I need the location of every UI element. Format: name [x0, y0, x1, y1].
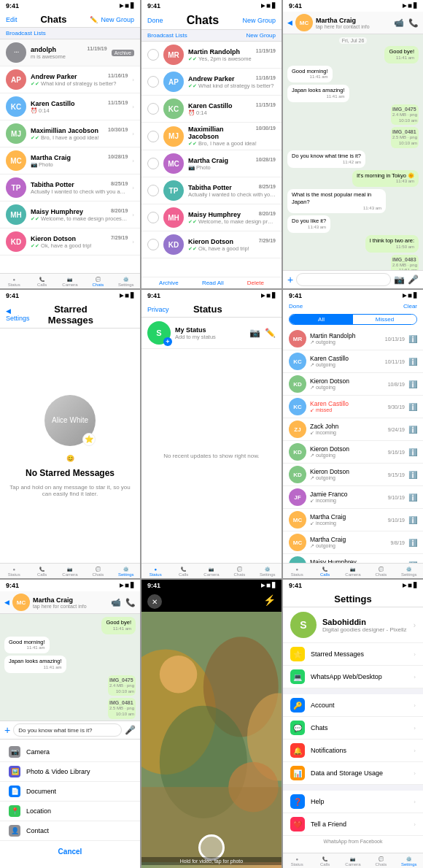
chat-item-andrew[interactable]: AP Andrew Parker11/16/19✔✔ What kind of … — [0, 66, 140, 93]
select-circle-tabitha[interactable] — [147, 185, 159, 196]
video-call-icon[interactable]: 📹 — [394, 18, 404, 28]
settings-notifications[interactable]: 🔔 Notifications › — [283, 740, 423, 762]
tab-status-4[interactable]: ●Status — [3, 567, 25, 577]
tab-settings-4[interactable]: ⚙️Settings — [115, 566, 137, 577]
video-call-icon-7[interactable]: 📹 — [111, 598, 121, 607]
select-circle-karen[interactable] — [147, 103, 159, 115]
call-item-zack[interactable]: ZJZack John↙ incoming9/24/19ℹ️ — [283, 418, 423, 441]
camera-close-button[interactable]: ✕ — [147, 594, 162, 609]
tab-settings-5[interactable]: ⚙️Settings — [257, 566, 279, 577]
chat-item-kieron[interactable]: KD Kieron Dotson7/29/19✔✔ Ok, have a goo… — [0, 228, 140, 256]
action-location[interactable]: 📍 Location — [0, 802, 140, 821]
new-group-button-2[interactable]: New Group — [242, 17, 276, 24]
message-input-3[interactable] — [296, 273, 391, 286]
tab-calls-4[interactable]: 📞Calls — [31, 566, 53, 577]
select-circle-andrew[interactable] — [147, 76, 159, 88]
chat-item-martha[interactable]: MC Martha Craig10/28/19📷 Photo › — [0, 147, 140, 174]
tab-camera-9[interactable]: 📷Camera — [342, 856, 364, 867]
plus-icon[interactable]: + — [287, 274, 293, 285]
contact-info-7[interactable]: Martha Craig tap here for contact info — [33, 596, 87, 609]
tab-chats-5[interactable]: 💬Chats — [228, 566, 250, 577]
broadcast-lists-link[interactable]: Broadcast Lists — [6, 30, 46, 37]
call-item-kieron2[interactable]: KDKieron Dotson↗ outgoing9/16/19ℹ️ — [283, 441, 423, 464]
settings-data-storage[interactable]: 📊 Data and Storage Usage › — [283, 762, 423, 785]
action-photo-library[interactable]: 🖼️ Photo & Video Library — [0, 762, 140, 782]
filter-missed-button[interactable]: Missed — [353, 315, 416, 324]
tab-chats-1[interactable]: 💬Chats — [87, 277, 109, 287]
edit-chat-andrew[interactable]: AP Andrew Parker11/16/19✔✔ What kind of … — [141, 69, 282, 96]
compose-icon[interactable]: ✏️ — [90, 16, 98, 23]
done-button[interactable]: Done — [147, 17, 163, 24]
chat-item-maisy[interactable]: MH Maisy Humphrey8/20/19✔✔ Welcome, to m… — [0, 201, 140, 228]
settings-starred-messages[interactable]: ⭐ Starred Messages › — [283, 643, 423, 666]
read-all-action[interactable]: Read All — [202, 280, 224, 286]
filter-all-button[interactable]: All — [290, 315, 353, 324]
tab-status-6[interactable]: ●Status — [286, 567, 308, 577]
settings-help[interactable]: ❓ Help › — [283, 791, 423, 813]
select-circle-martin[interactable] — [147, 49, 159, 61]
edit-chat-karen[interactable]: KC Karen Castillo11/15/19⏰ 0:14 — [141, 96, 282, 123]
tab-calls-5[interactable]: 📞Calls — [173, 566, 195, 577]
clear-calls-button[interactable]: Clear — [403, 303, 417, 310]
tab-settings-9[interactable]: ⚙️Settings — [398, 856, 420, 867]
tab-status-5[interactable]: ●Status — [144, 567, 166, 577]
tab-camera-5[interactable]: 📷Camera — [201, 566, 222, 577]
edit-chat-kieron[interactable]: KD Kieron Dotson7/29/19✔✔ Ok, have a goo… — [141, 231, 282, 258]
camera-status-icon[interactable]: 📷 — [249, 328, 260, 338]
edit-button[interactable]: Edit — [6, 16, 18, 23]
privacy-button[interactable]: Privacy — [147, 306, 169, 313]
tab-calls-6[interactable]: 📞Calls — [314, 566, 336, 577]
back-settings-button[interactable]: ◀ Settings — [6, 307, 34, 322]
edit-chat-tabitha[interactable]: TP Tabitha Potter8/25/19Actually I wante… — [141, 177, 282, 204]
plus-icon-7[interactable]: + — [4, 724, 10, 736]
voice-call-icon-7[interactable]: 📞 — [125, 598, 136, 607]
settings-chats[interactable]: 💬 Chats › — [283, 717, 423, 740]
archive-action[interactable]: Archive — [159, 280, 179, 286]
add-status-icon[interactable]: + — [163, 337, 172, 346]
edit-status-icon[interactable]: ✏️ — [265, 328, 276, 338]
mic-icon-7[interactable]: 🎤 — [125, 725, 136, 735]
tab-settings-6[interactable]: ⚙️Settings — [398, 566, 420, 577]
action-camera[interactable]: 📷 Camera — [0, 742, 140, 762]
settings-tell-friend[interactable]: ❤️ Tell a Friend › — [283, 813, 423, 836]
settings-account[interactable]: 🔑 Account › — [283, 694, 423, 717]
chat-item-max[interactable]: MJ Maximillian Jacobson10/30/19✔✔ Bro, I… — [0, 120, 140, 147]
select-circle-maisy[interactable] — [147, 212, 159, 223]
chat-item-tabitha[interactable]: TP Tabitha Potter8/25/19Actually I wante… — [0, 174, 140, 201]
call-item-kieron1[interactable]: KDKieron Dotson↗ outgoing10/8/19ℹ️ — [283, 373, 423, 396]
select-circle-kieron[interactable] — [147, 239, 159, 250]
call-item-karen-missed[interactable]: KCKaren Castillo↙ missed9/30/19ℹ️ — [283, 396, 423, 418]
delete-action[interactable]: Delete — [247, 280, 264, 286]
call-item-martha2[interactable]: MCMartha Craig↗ outgoing9/8/19ℹ️ — [283, 531, 423, 554]
tab-chats-6[interactable]: 💬Chats — [370, 566, 392, 577]
call-item-martin[interactable]: MRMartin Randolph↗ outgoing10/13/19ℹ️ — [283, 328, 423, 350]
tab-camera-1[interactable]: 📷Camera — [59, 277, 81, 287]
tab-calls-9[interactable]: 📞Calls — [314, 856, 336, 867]
voice-call-icon[interactable]: 📞 — [408, 18, 419, 28]
call-item-karen[interactable]: KCKaren Castillo↗ outgoing10/11/19ℹ️ — [283, 350, 423, 373]
settings-whatsapp-web[interactable]: 💻 WhatsApp Web/Desktop › — [283, 666, 423, 688]
new-group-2[interactable]: New Group — [247, 32, 276, 39]
message-input-7[interactable]: Do you know what time is it? — [13, 723, 122, 737]
action-document[interactable]: 📄 Document — [0, 782, 140, 802]
camera-icon-conv[interactable]: 📷 — [394, 274, 405, 285]
tab-chats-9[interactable]: 💬Chats — [370, 856, 392, 867]
tab-chats-4[interactable]: 💬Chats — [87, 566, 109, 577]
tab-status-1[interactable]: ●Status — [3, 277, 25, 287]
flash-icon[interactable]: ⚡ — [263, 594, 276, 609]
call-item-kieron3[interactable]: KDKieron Dotson↗ outgoing9/15/19ℹ️ — [283, 464, 423, 486]
select-circle-max[interactable] — [147, 131, 159, 142]
cancel-button-7[interactable]: Cancel — [6, 844, 134, 859]
tab-camera-6[interactable]: 📷Camera — [342, 566, 364, 577]
broadcast-lists-2[interactable]: Broadcast Lists — [147, 32, 187, 39]
chat-item-karen[interactable]: KC Karen Castillo11/15/19⏰ 0:14 › — [0, 93, 140, 120]
call-item-maisy[interactable]: MHMaisy Humphrey↙ incoming8/22/19ℹ️ — [283, 554, 423, 563]
tab-camera-4[interactable]: 📷Camera — [59, 566, 81, 577]
action-contact[interactable]: 👤 Contact — [0, 821, 140, 841]
archive-chat-item[interactable]: ⋯ andolph 11/19/19 m is awesome Archive — [0, 39, 140, 66]
mic-icon[interactable]: 🎤 — [408, 274, 419, 285]
edit-chat-martha[interactable]: MC Martha Craig10/28/19📷 Photo — [141, 150, 282, 177]
back-button-7[interactable]: ◀ — [4, 599, 9, 606]
new-group-button[interactable]: New Group — [101, 16, 134, 23]
done-calls-button[interactable]: Done — [289, 303, 303, 310]
